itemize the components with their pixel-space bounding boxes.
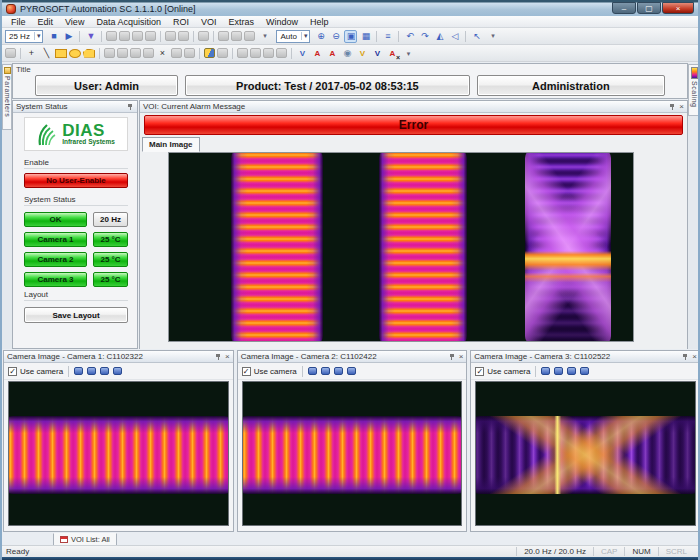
toolbar-overflow-icon[interactable]: ▾ bbox=[402, 47, 415, 60]
annotation-a-icon[interactable] bbox=[218, 31, 229, 41]
tab-main-image[interactable]: Main Image bbox=[142, 137, 200, 152]
maximize-button[interactable]: ▢ bbox=[637, 2, 661, 14]
isotherm-lines-icon[interactable]: ≡ bbox=[381, 30, 394, 43]
stop-icon[interactable]: ■ bbox=[47, 30, 60, 43]
roi-prop-4-icon[interactable] bbox=[276, 48, 287, 58]
play-icon[interactable]: ▶ bbox=[62, 30, 75, 43]
tab-scaling[interactable]: Scaling bbox=[688, 64, 700, 116]
zoom-out-icon[interactable]: ⊖ bbox=[329, 30, 342, 43]
roi-tool-4-icon[interactable] bbox=[143, 48, 154, 58]
pointer-icon[interactable]: ↖ bbox=[470, 30, 483, 43]
menu-data-acquisition[interactable]: Data Acquisition bbox=[91, 17, 166, 27]
toolbar-overflow-icon[interactable]: ▾ bbox=[258, 29, 271, 42]
close-icon[interactable]: × bbox=[459, 353, 464, 361]
close-icon[interactable]: × bbox=[225, 353, 230, 361]
camera-range-up-icon[interactable] bbox=[74, 367, 83, 375]
camera-focus-near-icon[interactable] bbox=[334, 367, 343, 375]
annotation-a2-icon[interactable] bbox=[231, 31, 242, 41]
minimize-button[interactable]: – bbox=[612, 2, 636, 14]
flip-vertical-icon[interactable]: ◁ bbox=[448, 30, 461, 43]
zoom-in-icon[interactable]: ⊕ bbox=[314, 30, 327, 43]
menu-help[interactable]: Help bbox=[305, 17, 334, 27]
snapshot-icon[interactable] bbox=[165, 31, 176, 41]
replay-icon[interactable] bbox=[198, 31, 209, 41]
menu-window[interactable]: Window bbox=[261, 17, 303, 27]
menu-view[interactable]: View bbox=[60, 17, 89, 27]
roi-list-icon[interactable] bbox=[171, 48, 182, 58]
pin-icon[interactable] bbox=[126, 103, 134, 111]
camera-connect-icon[interactable] bbox=[106, 31, 117, 41]
administration-button[interactable]: Administration bbox=[477, 75, 665, 96]
roi-tool-2-icon[interactable] bbox=[117, 48, 128, 58]
draw-line-icon[interactable]: ╲ bbox=[40, 47, 53, 60]
roi-prop-1-icon[interactable] bbox=[237, 48, 248, 58]
pin-icon[interactable] bbox=[448, 353, 456, 361]
toolbar-overflow-icon[interactable]: ▾ bbox=[486, 29, 499, 42]
voi-yellow-icon[interactable]: V bbox=[356, 47, 369, 60]
voi-blue-icon[interactable]: V bbox=[371, 47, 384, 60]
camera-range-down-icon[interactable] bbox=[321, 367, 330, 375]
pin-icon[interactable] bbox=[214, 353, 222, 361]
camera-range-down-icon[interactable] bbox=[554, 367, 563, 375]
roi-tool-1-icon[interactable] bbox=[104, 48, 115, 58]
alarm-add-icon[interactable]: A bbox=[311, 47, 324, 60]
roi-prop-2-icon[interactable] bbox=[250, 48, 261, 58]
record-icon[interactable] bbox=[178, 31, 189, 41]
flip-horizontal-icon[interactable]: ◭ bbox=[433, 30, 446, 43]
filter-icon[interactable]: ▼ bbox=[84, 30, 97, 43]
menu-roi[interactable]: ROI bbox=[168, 17, 194, 27]
use-camera-checkbox[interactable]: ✓ bbox=[475, 367, 484, 376]
original-size-icon[interactable]: ▦ bbox=[359, 30, 372, 43]
add-point-icon[interactable]: + bbox=[25, 47, 38, 60]
camera-focus-near-icon[interactable] bbox=[100, 367, 109, 375]
settings-icon[interactable]: ◉ bbox=[341, 47, 354, 60]
alarm-edit-icon[interactable]: A bbox=[326, 47, 339, 60]
tab-parameters[interactable]: Parameters bbox=[2, 64, 12, 130]
camera-focus-far-icon[interactable] bbox=[113, 367, 122, 375]
copy-roi-icon[interactable] bbox=[204, 48, 215, 58]
camera-start-icon[interactable] bbox=[132, 31, 143, 41]
close-icon[interactable]: × bbox=[692, 353, 697, 361]
window-titlebar[interactable]: PYROSOFT Automation SC 1.1.1.0 [Online] … bbox=[2, 0, 698, 16]
annotation-v-icon[interactable] bbox=[244, 31, 255, 41]
alarm-delete-icon[interactable]: A bbox=[386, 47, 399, 60]
camera-range-down-icon[interactable] bbox=[87, 367, 96, 375]
camera-stop-icon[interactable] bbox=[145, 31, 156, 41]
edit-mode-icon[interactable] bbox=[5, 48, 16, 58]
use-camera-checkbox[interactable]: ✓ bbox=[242, 367, 251, 376]
camera-range-up-icon[interactable] bbox=[308, 367, 317, 375]
menu-edit[interactable]: Edit bbox=[33, 17, 59, 27]
roi-table-icon[interactable] bbox=[184, 48, 195, 58]
pin-icon[interactable] bbox=[681, 353, 689, 361]
product-button[interactable]: Product: Test / 2017-05-02 08:53:15 bbox=[185, 75, 469, 96]
roi-prop-3-icon[interactable] bbox=[263, 48, 274, 58]
rotate-left-icon[interactable]: ↶ bbox=[403, 30, 416, 43]
fit-window-icon[interactable]: ▣ bbox=[344, 30, 357, 43]
delete-roi-icon[interactable]: × bbox=[156, 47, 169, 60]
close-button[interactable]: × bbox=[662, 2, 694, 14]
draw-polygon-icon[interactable] bbox=[83, 49, 95, 58]
voi-check-icon[interactable]: V bbox=[296, 47, 309, 60]
draw-rectangle-icon[interactable] bbox=[55, 49, 67, 58]
paste-roi-icon[interactable] bbox=[217, 48, 228, 58]
enable-status-button[interactable]: No User-Enable bbox=[24, 173, 128, 188]
draw-ellipse-icon[interactable] bbox=[69, 49, 81, 58]
camera-focus-near-icon[interactable] bbox=[567, 367, 576, 375]
menu-extras[interactable]: Extras bbox=[223, 17, 259, 27]
camera-focus-far-icon[interactable] bbox=[347, 367, 356, 375]
use-camera-checkbox[interactable]: ✓ bbox=[8, 367, 17, 376]
roi-tool-3-icon[interactable] bbox=[130, 48, 141, 58]
camera-range-up-icon[interactable] bbox=[541, 367, 550, 375]
menu-voi[interactable]: VOI bbox=[196, 17, 222, 27]
rotate-right-icon[interactable]: ↷ bbox=[418, 30, 431, 43]
pin-icon[interactable] bbox=[668, 103, 676, 111]
camera-disconnect-icon[interactable] bbox=[119, 31, 130, 41]
zoom-mode-combo[interactable]: Auto ▾ bbox=[276, 30, 310, 43]
close-icon[interactable]: × bbox=[679, 103, 684, 111]
camera-focus-far-icon[interactable] bbox=[580, 367, 589, 375]
menu-file[interactable]: File bbox=[6, 17, 31, 27]
user-button[interactable]: User: Admin bbox=[35, 75, 178, 96]
save-layout-button[interactable]: Save Layout bbox=[24, 307, 128, 323]
frame-rate-combo[interactable]: 25 Hz ▾ bbox=[5, 30, 43, 43]
dias-logo-subtitle: Infrared Systems bbox=[62, 138, 115, 145]
